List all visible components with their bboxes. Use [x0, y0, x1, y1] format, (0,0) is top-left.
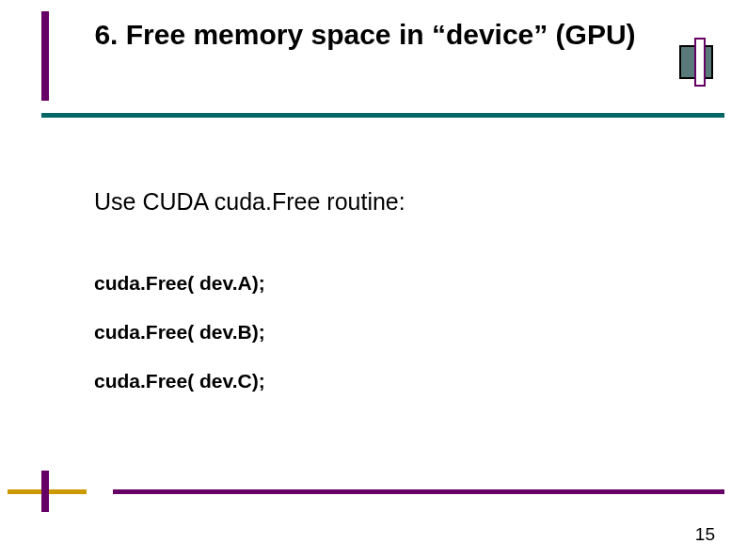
page-number: 15	[695, 524, 715, 545]
title-accent-bar	[41, 11, 49, 101]
decor-front-rect	[694, 38, 706, 87]
footer-cross-vertical	[41, 471, 49, 512]
code-line: cuda.Free( dev.C);	[94, 370, 659, 392]
footer-rule	[113, 489, 724, 494]
code-line: cuda.Free( dev.B);	[94, 321, 659, 344]
header-rule	[41, 113, 724, 118]
intro-text: Use CUDA cuda.Free routine:	[94, 188, 659, 216]
title-row: 6. Free memory space in “device” (GPU)	[0, 11, 747, 101]
slide: 6. Free memory space in “device” (GPU) U…	[0, 0, 747, 560]
body: Use CUDA cuda.Free routine: cuda.Free( d…	[94, 188, 659, 419]
header: 6. Free memory space in “device” (GPU)	[0, 0, 747, 101]
slide-title: 6. Free memory space in “device” (GPU)	[55, 17, 675, 53]
decor-icon	[679, 45, 719, 85]
code-line: cuda.Free( dev.A);	[94, 272, 659, 295]
